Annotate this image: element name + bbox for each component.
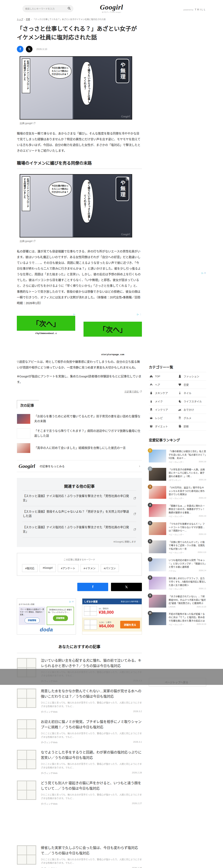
comic-image[interactable]: 社内のイケメンにアプローチする同僚がいました 今日仕事が終わったら二人で飲みに行… bbox=[20, 56, 132, 120]
next-article-item[interactable]: 「お前らを養うために必死で働いてるんだぞ」双子育児の妻を追い詰めた傲慢な夫の末路 bbox=[17, 412, 142, 426]
list-item[interactable]: どう見ても別人⁉ 寝起きの猫に声をかけると、いつもと違う顔をしていて…／うちの猫… bbox=[17, 776, 142, 806]
facebook-share-icon[interactable]: f bbox=[17, 46, 24, 53]
article-title: 「お前らを養うために必死で働いてるんだぞ」双子育児の妻を追い詰めた傲慢な夫の末路 bbox=[34, 414, 142, 424]
adchoices-icon[interactable]: ▷ bbox=[73, 313, 75, 316]
adchoices-icon[interactable]: ▷ bbox=[69, 600, 71, 603]
ad-next-button[interactable]: 「次へ」 bbox=[84, 322, 142, 337]
sidebar-category-ダイエット[interactable]: ダイエット bbox=[149, 422, 178, 431]
related-article-item[interactable]: 【スカッと漫画】ナイス塩対応！ぶりっ子後輩を撃沈させた「男性社員の辛口発言」 bbox=[23, 522, 136, 537]
ranking-item[interactable]: 1「1億の新居には彼女と住む」私と息子を追い出した夫「私の家だけど？」5日後、夫… bbox=[149, 450, 206, 463]
related-article-item[interactable]: 【スカッと漫画】普段そんな声じゃないよね？「男好き女子」を天然上司が撃退した話 bbox=[23, 506, 136, 522]
gallery-icon[interactable] bbox=[125, 176, 130, 182]
comic-bubble-refuse: 早く帰りたいからさっさと仕事してくれる？ bbox=[80, 62, 93, 105]
sidebar-category-おでかけ[interactable]: おでかけ bbox=[178, 406, 206, 414]
image-source-2: 出典:googirl bbox=[20, 239, 142, 243]
ranking-item[interactable]: 6「旦那に捨てられたんだって」と陰で噂するご近所→３ヶ月後、玄関先で私が放った一… bbox=[149, 540, 206, 554]
keyword-tag[interactable]: #塩対応 bbox=[22, 564, 37, 572]
site-logo[interactable]: Googirl 女子力アップCafe Googirl bbox=[17, 4, 206, 13]
comic-caption: 社内のイケメンにアプローチする同僚がいました bbox=[22, 59, 30, 93]
sidebar-category-スキンケア[interactable]: スキンケア bbox=[149, 389, 178, 397]
breadcrumb-home[interactable]: トップ bbox=[17, 18, 23, 21]
rank-badge: 3 bbox=[148, 485, 152, 489]
estate-detail-button[interactable]: 詳細を見る bbox=[120, 621, 140, 628]
sidebar-category-TOP[interactable]: TOP bbox=[149, 372, 178, 380]
adchoices-icon[interactable]: ▷ bbox=[137, 313, 139, 316]
ad-options-icon[interactable]: ⋮ bbox=[139, 313, 142, 316]
job-card[interactable]: 【リード獲得から設置まで一貫サポード】量販店、問屋向け／営業... 詳細情報 bbox=[19, 607, 45, 625]
rank-badge: 5 bbox=[148, 521, 152, 525]
facebook-share-button[interactable]: f bbox=[77, 583, 108, 591]
ranking-item[interactable]: 4「素敵だなぁ…」卒業式に現れた一際目立つ女の子。保護者がザワッ！教師が謝罪する… bbox=[149, 504, 206, 518]
sidebar-category-ファッション[interactable]: ファッション bbox=[178, 372, 206, 380]
rent-price: ¥38,000 bbox=[99, 610, 114, 615]
category-label: メイク bbox=[155, 399, 163, 403]
ad-close-icon[interactable]: ✕ bbox=[72, 600, 74, 603]
sidebar-category-グルメ[interactable]: グルメ bbox=[178, 414, 206, 422]
ranking-item[interactable]: 2「小学生息子の新幹線一人旅。出発前にホームで心配していると、親子連れの乗客が.… bbox=[149, 468, 206, 482]
article-source: ダ・ヴィンチWeb bbox=[41, 867, 58, 868]
keywords-box: この記事に関連するキーワード #塩対応#Googirl#アンケート#イケメン#パ… bbox=[17, 553, 142, 576]
ad-next-button[interactable]: 「次へ」 bbox=[17, 316, 75, 331]
article-title: なでようとした手をするりと回避。わが家の猫の塩対応っぷりに苦笑い／うちの猫は今日… bbox=[41, 750, 142, 761]
next-article-item[interactable]: 「そこまで言うなら降りてくれます？」病院の送迎中にワガママ放題な義母に仕返しした… bbox=[17, 426, 142, 441]
ad-right[interactable]: ▷⋮ 「次へ」 storyturnpage.com bbox=[84, 313, 142, 356]
article-thumbnail bbox=[17, 443, 30, 453]
ranking-item[interactable]: 7いつも塩対応の彼から突然「ちゅっ♡」と甘いスタンプが→「間違えた」と慌てる彼に… bbox=[149, 558, 206, 572]
article-title: いつも塩対応の彼から突然「ちゅっ♡」と甘いスタンプが→「間違えた」と慌てる彼に違… bbox=[169, 558, 206, 569]
article-date: 2026.2.28 bbox=[132, 771, 142, 775]
related-article-item[interactable]: 【スカッと漫画】ナイス塩対応！ぶりっ子後輩を撃沈させた「男性社員の辛口発言」 bbox=[23, 490, 136, 506]
read-original-link[interactable]: 元記事で読む bbox=[124, 390, 139, 393]
ad-close-icon[interactable]: ✕ bbox=[204, 272, 206, 274]
page-title: 「さっさと仕事してくれる？」あざとい女子がイケメン社員に塩対応された話 bbox=[17, 25, 142, 42]
keyword-tag[interactable]: #イケメン bbox=[81, 564, 99, 572]
sidebar-category-インテリア[interactable]: インテリア bbox=[149, 406, 178, 414]
ranking-item[interactable]: 3「100万円分、返品で」理不尽なキャンセルを突きつけた寿司店に待ち受けていた現… bbox=[149, 486, 206, 500]
list-item[interactable]: お迎え初日に猫ノミが発覚。ブチギレ猫を相手にノミ取りシャンプーに挑戦！／うちの猫… bbox=[17, 714, 142, 745]
doda-logo[interactable]: doda bbox=[19, 627, 74, 632]
pot-icon bbox=[150, 416, 153, 420]
ranking-item[interactable]: 10不妊の可能性があった私が妊娠！なのに夫は「で？」と塩対応。飲み会で先輩社員に… bbox=[149, 612, 206, 626]
sidebar-category-恋愛[interactable]: 恋愛 bbox=[178, 380, 206, 389]
ranking-item[interactable]: 5「うちの子を放置するなんて！」フードコートで知らないママが激怒…は？周囲から一… bbox=[149, 522, 206, 536]
job-card[interactable]: 【年間休日120日以上】実働月9h／フレックス・テレワー... 詳細情報 bbox=[47, 607, 74, 625]
ad-left[interactable]: ▷ 「次へ」 rhythmmovebeat.c bbox=[17, 313, 75, 356]
section-heading: 職場のイケメンに媚びを売る同僚の末路 bbox=[17, 160, 142, 169]
rank-badge: 7 bbox=[148, 557, 152, 562]
adchoices-icon[interactable]: ▷ bbox=[202, 272, 203, 274]
comic-image-2[interactable]: 社内のイケメンにアプローチする同僚がいました 今日仕事が終わったら二人で飲みに行… bbox=[20, 174, 132, 238]
trill-logo[interactable]: TRILL bbox=[195, 8, 206, 11]
keyword-tag[interactable]: #アンケート bbox=[58, 564, 78, 572]
sidebar-category-診断[interactable]: 診断 bbox=[178, 422, 206, 431]
article-date: 2026.3.8 bbox=[199, 461, 206, 463]
rank-badge: 8 bbox=[148, 575, 152, 580]
ranking-item[interactable]: 9「まさか歓迎されていない」…？財務省SNS、片山さつき新大臣に"塩対応"疑惑「… bbox=[149, 595, 206, 608]
sidebar-ad-placeholder[interactable]: ▷✕ bbox=[149, 271, 206, 357]
article-thumbnail: 5 bbox=[149, 522, 166, 535]
list-item[interactable]: なでようとした手をするりと回避。わが家の猫の塩対応っぷりに苦笑い／うちの猫は今日… bbox=[17, 745, 142, 776]
sticky-ad-overlay[interactable] bbox=[0, 669, 223, 685]
job-detail-button[interactable]: 詳細情報 bbox=[25, 618, 40, 623]
sidebar-category-レシピ[interactable]: レシピ bbox=[149, 414, 178, 422]
sidebar-category-ネイル[interactable]: ネイル bbox=[178, 389, 206, 397]
article-date: 2025.10.23 bbox=[197, 606, 206, 608]
x-share-button[interactable]: 𝕏 bbox=[111, 583, 142, 591]
sidebar-category-メイク[interactable]: メイク bbox=[149, 397, 178, 406]
ranking-item[interactable]: 8孫を楽しませたいアラフィフ、全力で尽くすも…5歳児の塩対応に撃沈した話＜五十路… bbox=[149, 577, 206, 590]
article-title: 「100万円分、返品で」理不尽なキャンセルを突きつけた寿司店に待ち受けていた現実… bbox=[169, 486, 206, 496]
article-thumbnail: 7 bbox=[149, 558, 166, 571]
category-label: ライフスタイル bbox=[184, 399, 202, 403]
doda-ad[interactable]: ▷✕ おすすめの求人情報 【リード獲得から設置まで一貫サポード】量販店、問屋向け… bbox=[17, 598, 76, 634]
sidebar-category-ヘア[interactable]: ヘア bbox=[149, 380, 178, 389]
category-label: レシピ bbox=[155, 416, 163, 420]
next-article-item[interactable]: 「高卒の人に初めて会いました」結婚挨拶を台無しにした彼氏の一言 bbox=[17, 441, 142, 455]
list-item[interactable]: 帰省した実家で久しぶりに会った猫は、今日も変わらず塩対応で…／うちの猫は今日も塩… bbox=[17, 840, 142, 868]
job-detail-button[interactable]: 詳細情報 bbox=[53, 615, 68, 621]
sidebar-category-ライフスタイル[interactable]: ライフスタイル bbox=[178, 397, 206, 406]
keyword-tag[interactable]: #Googirl bbox=[40, 564, 56, 572]
keyword-tag[interactable]: #パソコン bbox=[101, 564, 119, 572]
more-articles-bar[interactable]: Googirl の記事をもっとみる › bbox=[17, 460, 142, 472]
x-share-icon[interactable]: 𝕏 bbox=[26, 46, 32, 53]
estate-ad[interactable]: しずおか賃貸 敷金礼金ゼロ物件特集！ 1K／静岡市 ¥38,000 1LD bbox=[82, 598, 142, 634]
breadcrumb-category[interactable]: 恋愛 bbox=[26, 18, 30, 21]
list-item[interactable]: 用意した水をなかなか飲んでくれない…実家の猫が見せる水への強いこだわりとは？／う… bbox=[17, 684, 142, 714]
